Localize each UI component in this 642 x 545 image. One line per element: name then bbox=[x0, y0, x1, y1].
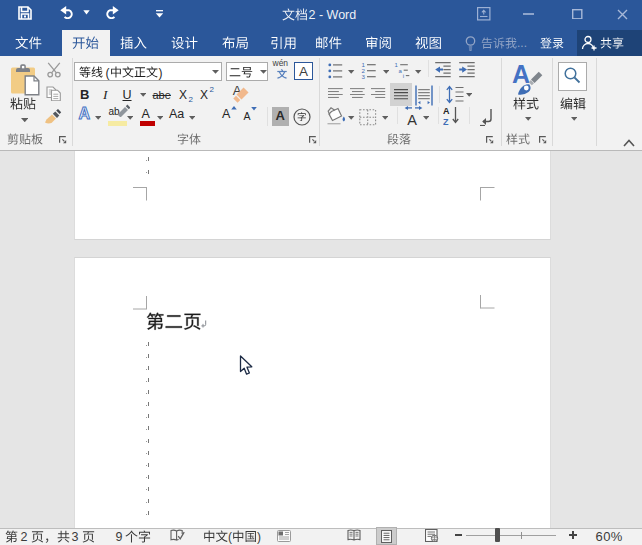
svg-text:A: A bbox=[512, 60, 530, 88]
svg-text:3: 3 bbox=[362, 73, 366, 80]
svg-text:i: i bbox=[402, 73, 403, 79]
svg-text:A: A bbox=[407, 112, 417, 127]
svg-text:A: A bbox=[443, 106, 450, 116]
svg-text:Z: Z bbox=[443, 117, 449, 127]
